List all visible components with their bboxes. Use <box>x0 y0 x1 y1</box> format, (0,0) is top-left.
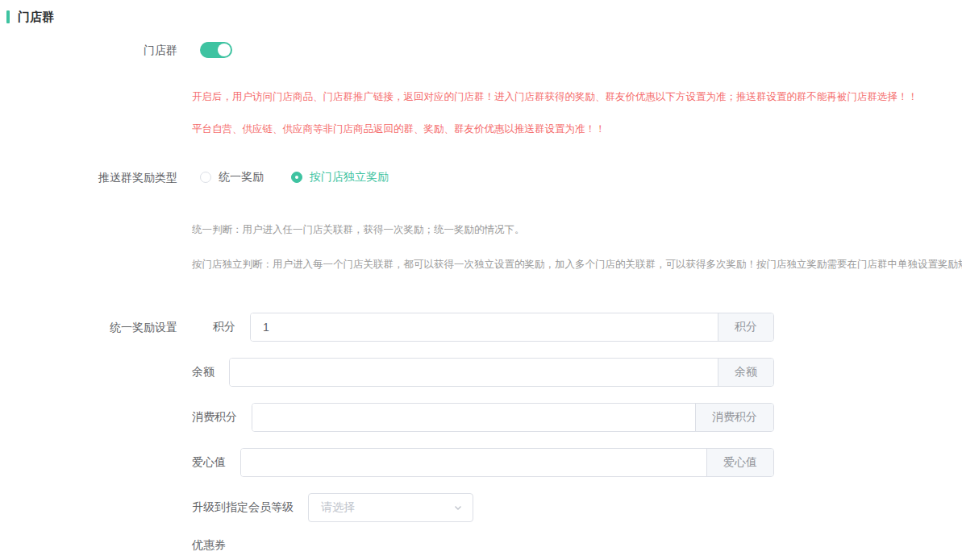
reward-type-label: 推送群奖励类型 <box>0 169 177 185</box>
balance-input-group: 余额 <box>229 358 774 387</box>
page-title: 门店群 <box>18 10 54 25</box>
member-level-placeholder: 请选择 <box>321 500 355 515</box>
radio-per-store-reward-label: 按门店独立奖励 <box>310 170 389 185</box>
consume-points-field-row: 消费积分 消费积分 <box>192 403 774 432</box>
points-field-row: 积分 积分 <box>192 313 774 342</box>
consume-points-input[interactable] <box>252 404 695 431</box>
section-header: 门店群 <box>6 10 962 24</box>
settings-form: 门店群 开启后，用户访问门店商品、门店群推广链接，返回对应的门店群！进入门店群获… <box>0 42 962 560</box>
store-group-toggle[interactable] <box>200 42 232 58</box>
points-input-group: 积分 <box>250 313 774 342</box>
warning-tip-2: 平台自营、供应链、供应商等非门店商品返回的群、奖励、群友价优惠以推送群设置为准！… <box>192 122 606 135</box>
balance-input[interactable] <box>230 359 718 386</box>
love-value-input-group: 爱心值 <box>240 448 774 477</box>
warning-tip-row-2: 平台自营、供应链、供应商等非门店商品返回的群、奖励、群友价优惠以推送群设置为准！… <box>0 122 962 135</box>
member-level-select[interactable]: 请选择 <box>308 493 473 522</box>
store-group-label: 门店群 <box>0 42 177 58</box>
balance-field-row: 余额 余额 <box>192 358 774 387</box>
radio-unified-reward-label: 统一奖励 <box>219 170 264 185</box>
consume-points-field-label: 消费积分 <box>192 410 237 425</box>
radio-circle-icon[interactable] <box>291 172 302 183</box>
reward-type-tip-1: 统一判断：用户进入任一门店关联群，获得一次奖励；统一奖励的情况下。 <box>192 223 525 236</box>
coupon-row: 优惠券 <box>192 538 774 553</box>
radio-per-store-reward[interactable]: 按门店独立奖励 <box>291 170 389 185</box>
unified-reward-section: 统一奖励设置 积分 积分 余额 余额 消费 <box>0 313 962 560</box>
balance-addon: 余额 <box>718 359 773 386</box>
reward-type-radio-group: 统一奖励 按门店独立奖励 <box>200 170 416 185</box>
consume-points-input-group: 消费积分 <box>252 403 774 432</box>
reward-type-tip-row-2: 按门店独立判断：用户进入每一个门店关联群，都可以获得一次独立设置的奖励，加入多个… <box>0 258 962 271</box>
radio-unified-reward[interactable]: 统一奖励 <box>200 170 264 185</box>
love-value-field-label: 爱心值 <box>192 455 226 470</box>
coupon-label: 优惠券 <box>192 538 226 553</box>
points-input[interactable] <box>251 313 718 341</box>
store-group-toggle-row: 门店群 <box>0 42 962 58</box>
points-addon: 积分 <box>718 313 773 341</box>
member-level-label: 升级到指定会员等级 <box>192 500 294 515</box>
chevron-down-icon <box>453 503 463 512</box>
member-level-row: 升级到指定会员等级 请选择 <box>192 493 774 522</box>
consume-points-addon: 消费积分 <box>695 404 773 431</box>
section-accent-bar <box>6 10 10 23</box>
reward-type-tip-2: 按门店独立判断：用户进入每一个门店关联群，都可以获得一次独立设置的奖励，加入多个… <box>192 258 962 271</box>
points-field-label: 积分 <box>213 320 235 334</box>
reward-type-row: 推送群奖励类型 统一奖励 按门店独立奖励 <box>0 169 962 185</box>
warning-tip-row-1: 开启后，用户访问门店商品、门店群推广链接，返回对应的门店群！进入门店群获得的奖励… <box>0 90 962 103</box>
balance-field-label: 余额 <box>192 365 214 380</box>
love-value-addon: 爱心值 <box>706 449 773 476</box>
love-value-field-row: 爱心值 爱心值 <box>192 448 774 477</box>
store-group-settings-page: 门店群 门店群 开启后，用户访问门店商品、门店群推广链接，返回对应的门店群！进入… <box>0 0 962 560</box>
love-value-input[interactable] <box>241 449 706 476</box>
radio-circle-icon[interactable] <box>200 172 211 183</box>
warning-tip-1: 开启后，用户访问门店商品、门店群推广链接，返回对应的门店群！进入门店群获得的奖励… <box>192 90 918 103</box>
unified-reward-label: 统一奖励设置 <box>0 313 177 335</box>
reward-type-tip-row-1: 统一判断：用户进入任一门店关联群，获得一次奖励；统一奖励的情况下。 <box>0 223 962 236</box>
